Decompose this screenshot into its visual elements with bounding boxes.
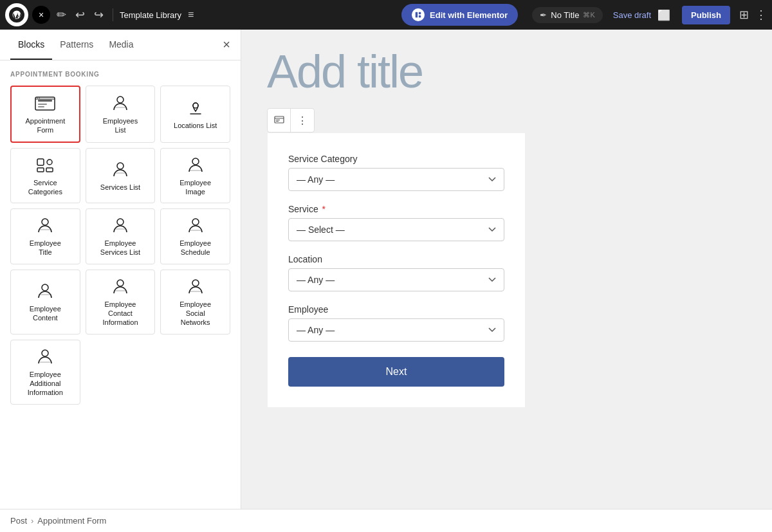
- divider: [113, 8, 113, 21]
- elementor-icon: [412, 8, 425, 21]
- employee-select[interactable]: — Any —: [288, 318, 504, 342]
- svg-rect-17: [46, 168, 53, 172]
- svg-rect-14: [37, 159, 44, 165]
- service-select[interactable]: — Select —: [288, 218, 504, 241]
- page-title-area[interactable]: Add title: [267, 45, 746, 98]
- block-item-employee-services-list[interactable]: EmployeeServices List: [86, 208, 156, 264]
- employee-contact-information-icon: [110, 278, 131, 296]
- block-item-employees-list[interactable]: EmployeesList: [86, 86, 156, 143]
- employee-field: Employee — Any —: [288, 304, 504, 342]
- sidebar-close-icon[interactable]: ×: [223, 37, 230, 52]
- block-label: EmployeeServices List: [100, 239, 140, 257]
- employee-schedule-icon: [185, 217, 206, 235]
- block-item-appointment-form[interactable]: AppointmentForm: [10, 86, 80, 143]
- block-item-employee-schedule[interactable]: EmployeeSchedule: [160, 208, 230, 264]
- bottom-bar: Post › Appointment Form: [0, 509, 772, 532]
- block-label: EmployeeSocialNetworks: [179, 300, 211, 327]
- employee-additional-information-icon: [35, 348, 55, 366]
- block-label: EmployeeAdditionalInformation: [28, 370, 63, 398]
- sidebar-tabs: Blocks Patterns Media ×: [0, 30, 241, 60]
- svg-point-24: [117, 219, 124, 225]
- screen-options-icon[interactable]: ⬜: [657, 9, 670, 21]
- tab-patterns[interactable]: Patterns: [52, 30, 101, 60]
- block-item-employee-contact-information[interactable]: EmployeeContactInformation: [86, 270, 156, 335]
- svg-point-20: [192, 158, 199, 165]
- svg-point-10: [117, 96, 124, 103]
- block-label: EmployeeImage: [179, 178, 211, 197]
- block-options-icon[interactable]: ⋮: [291, 109, 314, 132]
- block-item-locations-list[interactable]: Locations List: [160, 86, 230, 143]
- location-field: Location — Any —: [288, 254, 504, 291]
- block-type-icon[interactable]: [268, 109, 291, 132]
- edit-icon[interactable]: ✏: [54, 8, 69, 22]
- svg-rect-1: [419, 12, 421, 14]
- publish-button[interactable]: Publish: [682, 6, 730, 24]
- breadcrumb-current: Appointment Form: [37, 516, 106, 526]
- edit-with-elementor-button[interactable]: Edit with Elementor: [401, 4, 518, 26]
- svg-point-18: [117, 163, 124, 169]
- appointment-form-icon: [35, 95, 55, 113]
- block-item-employee-image[interactable]: EmployeeImage: [160, 148, 230, 204]
- required-asterisk: *: [322, 204, 326, 214]
- block-item-employee-title[interactable]: EmployeeTitle: [10, 208, 80, 264]
- wp-logo[interactable]: [5, 3, 28, 26]
- more-options-icon[interactable]: ⋮: [755, 8, 767, 22]
- block-item-service-categories[interactable]: ServiceCategories: [10, 148, 80, 204]
- left-sidebar: Blocks Patterns Media × APPOINTMENT BOOK…: [0, 30, 241, 509]
- block-item-employee-additional-information[interactable]: EmployeeAdditionalInformation: [10, 340, 80, 405]
- block-label: EmployeeSchedule: [179, 239, 211, 257]
- block-label: ServiceCategories: [28, 178, 62, 197]
- svg-rect-4: [38, 100, 52, 102]
- redo-icon[interactable]: ↪: [91, 8, 106, 22]
- svg-point-8: [37, 98, 38, 99]
- svg-rect-6: [38, 106, 44, 107]
- block-label: EmployeeContactInformation: [102, 300, 138, 327]
- hamburger-icon[interactable]: ≡: [188, 9, 194, 21]
- next-button[interactable]: Next: [288, 357, 504, 387]
- services-list-icon: [110, 161, 131, 179]
- svg-point-22: [42, 219, 48, 225]
- layout-icon[interactable]: ⊞: [739, 8, 749, 22]
- service-category-select[interactable]: — Any —: [288, 168, 504, 191]
- wordpress-icon: [12, 10, 22, 20]
- service-category-label: Service Category: [288, 154, 504, 164]
- blocks-grid: AppointmentForm EmployeesList: [10, 86, 230, 405]
- no-title-area[interactable]: ✒ No Title ⌘K: [532, 7, 602, 23]
- tab-blocks[interactable]: Blocks: [10, 30, 52, 60]
- employee-services-list-icon: [110, 217, 131, 235]
- svg-rect-0: [416, 12, 418, 18]
- block-label: AppointmentForm: [25, 116, 65, 135]
- canvas-area: Add title ⋮: [241, 30, 772, 509]
- location-select[interactable]: — Any —: [288, 268, 504, 291]
- svg-point-32: [192, 280, 199, 286]
- service-categories-icon: [35, 156, 55, 174]
- svg-point-9: [39, 98, 40, 99]
- block-container: ⋮ Service Category — Any — Service *: [267, 108, 526, 408]
- svg-point-30: [117, 280, 124, 286]
- employees-list-icon: [110, 95, 131, 113]
- svg-rect-2: [419, 15, 421, 17]
- svg-rect-5: [38, 104, 47, 105]
- block-item-services-list[interactable]: Services List: [86, 148, 156, 204]
- section-label: APPOINTMENT BOOKING: [10, 71, 230, 78]
- main-layout: Blocks Patterns Media × APPOINTMENT BOOK…: [0, 30, 772, 509]
- page-title[interactable]: Add title: [267, 45, 746, 98]
- svg-rect-16: [37, 168, 44, 172]
- block-label: EmployeeContent: [30, 304, 61, 323]
- save-draft-button[interactable]: Save draft: [613, 10, 651, 20]
- employee-title-icon: [35, 217, 55, 235]
- block-label: Services List: [100, 183, 140, 192]
- breadcrumb-separator: ›: [31, 516, 33, 526]
- block-label: EmployeesList: [103, 116, 138, 135]
- block-label: EmployeeTitle: [30, 239, 61, 257]
- undo-icon[interactable]: ↩: [73, 8, 87, 22]
- block-item-employee-social-networks[interactable]: EmployeeSocialNetworks: [160, 270, 230, 335]
- locations-list-icon: [185, 99, 206, 117]
- svg-point-26: [192, 219, 199, 225]
- block-item-employee-content[interactable]: EmployeeContent: [10, 270, 80, 335]
- close-button[interactable]: ×: [32, 6, 50, 24]
- breadcrumb-post[interactable]: Post: [10, 516, 27, 526]
- block-label: Locations List: [174, 121, 217, 130]
- tab-media[interactable]: Media: [101, 30, 141, 60]
- template-library-label: Template Library: [120, 10, 181, 20]
